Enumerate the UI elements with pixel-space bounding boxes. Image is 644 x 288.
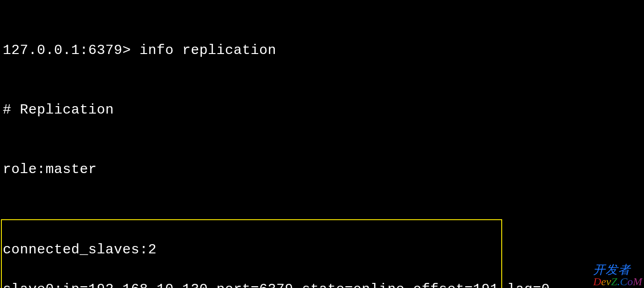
command-text: info replication [140,42,276,58]
role-line: role:master [3,160,641,180]
section-header: # Replication [3,100,641,120]
prompt: 127.0.0.1:6379> [3,42,140,58]
prompt-line[interactable]: 127.0.0.1:6379> info replication [3,41,641,60]
highlight-box: connected_slaves:2 slave0:ip=192.168.10.… [1,219,502,288]
terminal-output: 127.0.0.1:6379> info replication # Repli… [0,0,644,288]
connected-slaves-line: connected_slaves:2 [3,240,501,260]
slave0-line: slave0:ip=192.168.10.130,port=6379,state… [3,280,501,288]
